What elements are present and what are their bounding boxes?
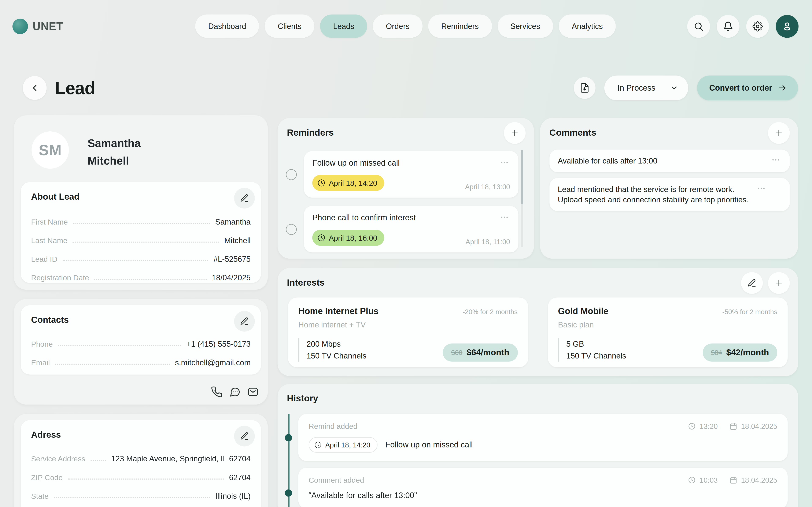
page-title-bar: Lead xyxy=(23,76,95,100)
dotted-leader xyxy=(54,497,210,498)
nav-orders[interactable]: Orders xyxy=(373,14,422,38)
plan-card: Home Internet Plus -20% for 2 months Hom… xyxy=(288,297,528,368)
field-value: +1 (415) 555-0173 xyxy=(187,339,251,348)
message-button[interactable] xyxy=(229,386,241,398)
call-button[interactable] xyxy=(211,386,223,398)
history-event-card: Comment added 10:03 18.04.2025 “Availabl… xyxy=(298,468,788,507)
page-actions: In Process Convert to order xyxy=(574,76,798,101)
pencil-icon xyxy=(240,193,249,203)
reminder-row: Follow up on missed call April 18, 14:20… xyxy=(286,151,518,198)
plan-features: 5 GB 150 TV Channels xyxy=(558,338,626,362)
field-row: Service Address123 Maple Avenue, Springf… xyxy=(31,454,251,463)
nav-dashboard[interactable]: Dashboard xyxy=(195,14,259,38)
edit-contacts-button[interactable] xyxy=(234,311,255,332)
status-value: In Process xyxy=(617,83,655,93)
field-row: Lead ID#L-525675 xyxy=(31,255,251,264)
about-lead-fields: First NameSamantha Last NameMitchell Lea… xyxy=(31,217,251,282)
convert-label: Convert to order xyxy=(709,83,772,93)
field-label: ZIP Code xyxy=(31,473,63,482)
nav-reminders[interactable]: Reminders xyxy=(428,14,492,38)
comment-text: Available for calls after 13:00 xyxy=(558,156,770,166)
reminder-checkbox[interactable] xyxy=(286,224,297,234)
edit-interests-button[interactable] xyxy=(741,272,763,294)
settings-button[interactable] xyxy=(746,15,769,38)
interests-section: Interests Home Internet Plus -20% for 2 … xyxy=(277,268,798,376)
event-time: 13:20 xyxy=(700,422,718,430)
comment-menu-button[interactable] xyxy=(770,156,781,164)
reminder-checkbox[interactable] xyxy=(286,169,297,180)
plus-icon xyxy=(510,128,519,137)
event-time-badge: April 18, 14:20 xyxy=(309,437,378,452)
interest-plans: Home Internet Plus -20% for 2 months Hom… xyxy=(288,297,788,368)
field-value: s.mitchell@gmail.com xyxy=(175,358,251,367)
export-button[interactable] xyxy=(574,77,596,99)
search-button[interactable] xyxy=(687,15,710,38)
reminder-card: Phone call to confirm interest April 18,… xyxy=(304,206,518,252)
page-title: Lead xyxy=(55,78,95,98)
gear-icon xyxy=(752,21,763,31)
field-label: State xyxy=(31,492,49,500)
event-meta: 13:20 18.04.2025 xyxy=(688,422,777,430)
plan-discount: -20% for 2 months xyxy=(463,308,518,316)
lead-name: Samantha Mitchell xyxy=(88,134,141,170)
contacts-fields: Phone+1 (415) 555-0173 Emails.mitchell@g… xyxy=(31,339,251,367)
interests-header: Interests xyxy=(277,268,798,294)
user-avatar-button[interactable] xyxy=(776,15,799,38)
plan-feature: 5 GB xyxy=(566,338,626,350)
plan-price-pill: $84 $42/month xyxy=(703,343,777,362)
reminders-scrollbar xyxy=(521,150,523,247)
status-dropdown[interactable]: In Process xyxy=(605,76,688,101)
field-row: ZIP Code62704 xyxy=(31,473,251,482)
field-row: Phone+1 (415) 555-0173 xyxy=(31,339,251,348)
field-value: Illinois (IL) xyxy=(215,492,251,500)
ellipsis-icon xyxy=(771,157,780,163)
arrow-right-icon xyxy=(778,83,787,93)
comments-list: Available for calls after 13:00 Lead men… xyxy=(549,150,790,217)
plan-price: $64/month xyxy=(466,348,509,358)
lead-first-name: Samantha xyxy=(88,134,141,152)
dotted-leader xyxy=(58,345,181,346)
main-nav: Dashboard Clients Leads Orders Reminders… xyxy=(195,14,616,38)
add-comment-button[interactable] xyxy=(768,122,790,144)
dotted-leader xyxy=(63,260,208,261)
clock-dotted-icon xyxy=(314,441,322,449)
event-time: 10:03 xyxy=(700,476,718,484)
timeline-dot xyxy=(285,490,292,497)
due-time-text: April 18, 16:00 xyxy=(329,234,377,242)
plus-icon xyxy=(774,128,783,137)
convert-to-order-button[interactable]: Convert to order xyxy=(697,76,798,101)
scrollbar-thumb[interactable] xyxy=(521,150,523,205)
nav-clients[interactable]: Clients xyxy=(265,14,314,38)
edit-address-button[interactable] xyxy=(234,426,255,447)
reminder-menu-button[interactable] xyxy=(499,158,510,166)
field-row: First NameSamantha xyxy=(31,217,251,226)
field-row: Emails.mitchell@gmail.com xyxy=(31,358,251,367)
nav-services[interactable]: Services xyxy=(497,14,553,38)
edit-about-button[interactable] xyxy=(234,188,255,209)
event-text: Follow up on missed call xyxy=(385,440,473,450)
back-button[interactable] xyxy=(23,76,47,100)
ellipsis-icon xyxy=(500,214,509,220)
nav-leads[interactable]: Leads xyxy=(320,14,367,38)
reminder-menu-button[interactable] xyxy=(499,213,510,221)
add-reminder-button[interactable] xyxy=(504,122,526,144)
dotted-leader xyxy=(55,364,170,365)
event-action: Remind added xyxy=(309,422,358,430)
brand-logo[interactable]: UNET xyxy=(12,18,63,34)
field-value: 18/04/2025 xyxy=(212,273,251,282)
history-title: History xyxy=(287,393,318,404)
email-button[interactable] xyxy=(247,386,259,398)
due-time-badge: April 18, 16:00 xyxy=(312,230,384,246)
brand-logo-icon xyxy=(12,18,28,34)
nav-analytics[interactable]: Analytics xyxy=(559,14,616,38)
comment-menu-button[interactable] xyxy=(756,184,767,192)
comments-title: Comments xyxy=(549,127,596,138)
chat-bubble-icon xyxy=(229,386,241,398)
plan-name: Home Internet Plus xyxy=(298,306,378,317)
plan-subtitle: Basic plan xyxy=(558,320,777,329)
comment-text: Lead mentioned that the service is for r… xyxy=(558,184,756,205)
add-interest-button[interactable] xyxy=(768,272,790,294)
bell-icon xyxy=(723,21,733,31)
notifications-button[interactable] xyxy=(717,15,740,38)
lead-last-name: Mitchell xyxy=(88,152,141,170)
